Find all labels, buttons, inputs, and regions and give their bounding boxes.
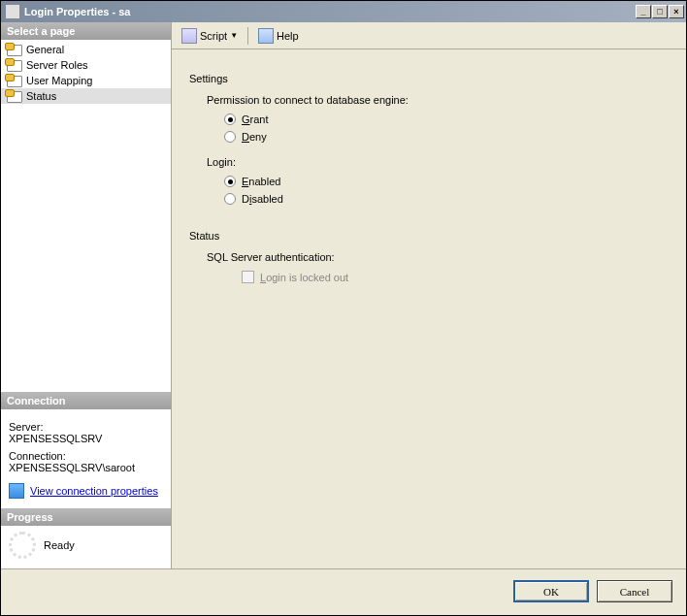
maximize-button[interactable]: □ (652, 5, 668, 18)
help-button[interactable]: Help (254, 26, 303, 46)
sidebar-item-status[interactable]: Status (1, 88, 171, 104)
close-button[interactable]: × (669, 5, 684, 18)
script-icon (181, 28, 197, 44)
chevron-down-icon: ▼ (230, 31, 238, 40)
page-icon (7, 43, 22, 56)
page-icon (7, 74, 22, 87)
radio-label: Deny (242, 131, 267, 143)
radio-icon (224, 113, 236, 125)
permission-label: Permission to connect to database engine… (207, 94, 669, 106)
locked-out-checkbox: Login is locked out (242, 271, 669, 283)
connection-value: XPENSESSQLSRV\saroot (9, 462, 163, 473)
server-label: Server: (9, 421, 163, 433)
left-panel: Select a page General Server Roles User … (1, 22, 172, 568)
progress-header: Progress (1, 508, 171, 526)
toolbar-separator (247, 27, 248, 45)
ok-button[interactable]: OK (513, 580, 589, 602)
radio-icon (224, 131, 236, 143)
window-controls: _ □ × (636, 5, 684, 18)
window-title: Login Properties - sa (24, 6, 636, 17)
minimize-button[interactable]: _ (636, 5, 651, 18)
sql-auth-label: SQL Server authentication: (207, 251, 669, 263)
server-value: XPENSESSQLSRV (9, 433, 163, 444)
button-bar: OK Cancel (1, 568, 686, 613)
sidebar-item-user-mapping[interactable]: User Mapping (1, 73, 171, 88)
radio-label: Grant (242, 113, 269, 125)
radio-icon (224, 193, 236, 205)
main-content: Settings Permission to connect to databa… (172, 49, 686, 568)
script-label: Script (200, 30, 227, 42)
sidebar-item-server-roles[interactable]: Server Roles (1, 57, 171, 73)
locked-out-label: Login is locked out (260, 272, 348, 283)
checkbox-icon (242, 271, 254, 283)
help-label: Help (277, 30, 299, 42)
radio-disabled[interactable]: Disabled (224, 193, 669, 205)
view-connection-row: View connection properties (9, 483, 163, 499)
help-icon (258, 28, 274, 44)
sidebar-item-general[interactable]: General (1, 42, 171, 57)
radio-grant[interactable]: Grant (224, 113, 669, 125)
view-connection-link[interactable]: View connection properties (30, 485, 158, 497)
app-icon (5, 4, 20, 19)
status-heading: Status (189, 230, 669, 242)
titlebar[interactable]: Login Properties - sa _ □ × (1, 1, 686, 22)
toolbar: Script ▼ Help (172, 22, 686, 49)
page-icon (7, 89, 22, 103)
select-page-header: Select a page (1, 22, 171, 40)
properties-icon (9, 483, 24, 499)
radio-icon (224, 176, 236, 187)
progress-status: Ready (44, 539, 75, 551)
radio-deny[interactable]: Deny (224, 131, 669, 143)
right-panel: Script ▼ Help Settings Permission to con… (172, 22, 686, 568)
connection-label: Connection: (9, 450, 163, 462)
settings-heading: Settings (189, 73, 669, 84)
script-button[interactable]: Script ▼ (178, 26, 242, 46)
sidebar-item-label: Status (26, 90, 56, 102)
sidebar-item-label: Server Roles (26, 59, 88, 71)
connection-section: Server: XPENSESSQLSRV Connection: XPENSE… (1, 409, 171, 508)
page-icon (7, 58, 22, 72)
progress-spinner-icon (9, 532, 36, 559)
sidebar-item-label: User Mapping (26, 75, 92, 86)
page-list: General Server Roles User Mapping Status (1, 40, 171, 106)
radio-enabled[interactable]: Enabled (224, 176, 669, 187)
login-label: Login: (207, 156, 669, 168)
cancel-button[interactable]: Cancel (597, 580, 672, 602)
radio-label: Disabled (242, 193, 283, 205)
progress-section: Ready (1, 526, 171, 568)
sidebar-item-label: General (26, 44, 64, 55)
radio-label: Enabled (242, 176, 280, 187)
connection-header: Connection (1, 392, 171, 409)
